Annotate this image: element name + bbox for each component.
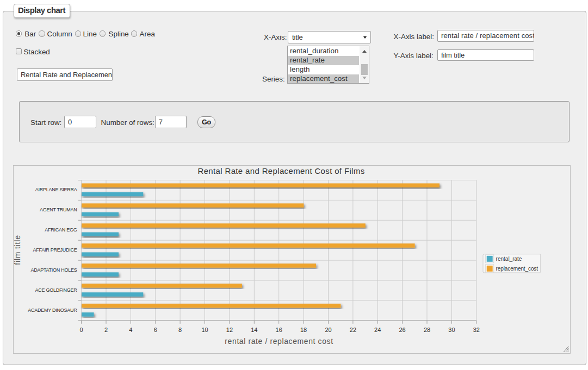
svg-text:28: 28 <box>424 327 430 333</box>
svg-text:rental rate / replacement cost: rental rate / replacement cost <box>225 337 333 346</box>
svg-text:8: 8 <box>178 327 182 333</box>
svg-text:AGENT TRUMAN: AGENT TRUMAN <box>40 207 77 212</box>
svg-text:ACADEMY DINOSAUR: ACADEMY DINOSAUR <box>28 308 78 313</box>
svg-text:32: 32 <box>473 327 480 333</box>
svg-text:AFFAIR PREJUDICE: AFFAIR PREJUDICE <box>33 247 77 253</box>
svg-text:rental_rate: rental_rate <box>496 256 522 262</box>
svg-text:26: 26 <box>399 327 406 333</box>
svg-text:Rental Rate and Replacement Co: Rental Rate and Replacement Cost of Film… <box>198 166 365 175</box>
svg-text:22: 22 <box>350 327 356 333</box>
svg-text:6: 6 <box>154 327 157 333</box>
svg-text:4: 4 <box>129 327 133 333</box>
svg-text:24: 24 <box>374 327 381 333</box>
svg-text:14: 14 <box>251 327 258 333</box>
svg-text:16: 16 <box>276 327 282 333</box>
svg-text:12: 12 <box>226 327 233 333</box>
svg-text:30: 30 <box>449 327 455 333</box>
svg-text:18: 18 <box>300 327 307 333</box>
svg-text:0: 0 <box>80 327 83 333</box>
svg-text:20: 20 <box>325 327 332 333</box>
svg-text:film title: film title <box>14 235 22 265</box>
svg-text:AFRICAN EGG: AFRICAN EGG <box>45 227 78 233</box>
svg-text:ADAPTATION HOLES: ADAPTATION HOLES <box>31 267 77 273</box>
svg-text:ACE GOLDFINGER: ACE GOLDFINGER <box>35 287 78 293</box>
svg-text:2: 2 <box>104 327 108 333</box>
svg-text:AIRPLANE SIERRA: AIRPLANE SIERRA <box>35 187 77 192</box>
svg-text:replacement_cost: replacement_cost <box>496 266 539 272</box>
svg-text:10: 10 <box>202 327 208 333</box>
